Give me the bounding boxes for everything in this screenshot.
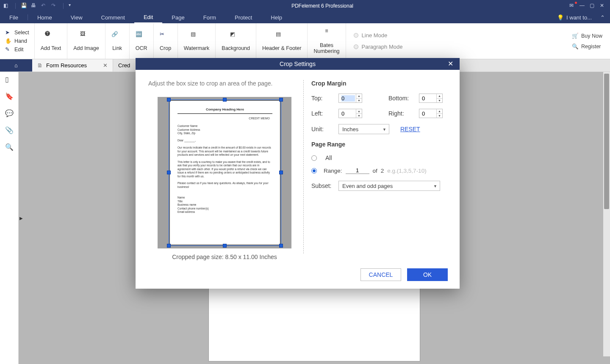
radio-icon (354, 33, 358, 38)
background-button[interactable]: ◩Background (216, 23, 256, 59)
tab-other[interactable]: Cred (113, 59, 135, 72)
print-icon[interactable]: 🖶 (31, 3, 38, 9)
redo-icon[interactable]: ↷ (51, 3, 58, 9)
mail-icon[interactable]: ✉ (569, 3, 576, 9)
buy-now-link[interactable]: 🛒Buy Now (572, 33, 602, 39)
menu-page[interactable]: Page (162, 11, 194, 23)
close-window-icon[interactable]: ✕ (600, 3, 607, 9)
subset-label: Subset: (311, 182, 333, 189)
dialog-close-icon[interactable]: ✕ (448, 60, 456, 68)
spin-up-icon[interactable]: ▲ (356, 109, 362, 114)
line-mode-radio[interactable]: Line Mode (354, 32, 403, 39)
crop-handle[interactable] (223, 244, 227, 248)
ocr-button[interactable]: 🔤OCR (130, 23, 154, 59)
bottom-input[interactable]: ▲▼ (419, 94, 443, 103)
comments-icon[interactable]: 💬 (5, 109, 14, 118)
bottom-label: Bottom: (388, 95, 414, 102)
search-icon[interactable]: 🔍 (5, 143, 14, 152)
home-tab[interactable]: ⌂ (0, 59, 32, 72)
reset-link[interactable]: RESET (400, 126, 420, 132)
add-text-icon: 🅣 (45, 31, 57, 43)
top-input[interactable]: ▲▼ (338, 94, 362, 103)
all-label: All (325, 154, 332, 161)
edit-mode-group: Line Mode Paragraph Mode (346, 23, 410, 59)
radio-icon (354, 44, 358, 49)
tool-select[interactable]: ➤Select (5, 29, 29, 36)
thumbnails-icon[interactable]: ▯ (5, 75, 14, 84)
i-want-to[interactable]: 💡 I want to... (557, 14, 592, 21)
select-tools-group: ➤Select ✋Hand ✎Edit (0, 23, 35, 59)
menubar: File Home View Comment Edit Page Form Pr… (0, 11, 610, 23)
scrollbar-thumb[interactable] (604, 74, 609, 209)
panel-expand-left-icon[interactable]: ▶ (19, 216, 23, 221)
right-input[interactable]: ▲▼ (419, 109, 443, 118)
cursor-icon: ➤ (5, 29, 12, 36)
crop-settings-dialog: Crop Settings ✕ Adjust the box size to c… (136, 58, 460, 289)
crop-handle[interactable] (223, 98, 227, 102)
crop-button[interactable]: ✂Crop (154, 23, 178, 59)
menu-view[interactable]: View (61, 11, 92, 23)
unit-select[interactable]: Inches▼ (338, 124, 389, 134)
left-label: Left: (311, 110, 333, 117)
paragraph-mode-radio[interactable]: Paragraph Mode (354, 44, 403, 50)
crop-handle[interactable] (167, 98, 171, 102)
register-link[interactable]: 🔍Register (572, 43, 602, 50)
crop-handle[interactable] (279, 244, 283, 248)
crop-handle[interactable] (167, 244, 171, 248)
edit-icon: ✎ (5, 46, 12, 53)
spin-up-icon[interactable]: ▲ (356, 94, 362, 99)
menu-home[interactable]: Home (28, 11, 61, 23)
range-radio[interactable] (311, 168, 317, 174)
left-input[interactable]: ▲▼ (338, 109, 362, 118)
spin-down-icon[interactable]: ▼ (356, 99, 362, 103)
spin-down-icon[interactable]: ▼ (436, 114, 442, 118)
spin-down-icon[interactable]: ▼ (436, 99, 442, 103)
collapse-ribbon-icon[interactable]: ⌃ (600, 14, 605, 21)
crop-handle[interactable] (279, 171, 283, 174)
subset-select[interactable]: Even and odd pages▼ (338, 181, 440, 191)
ok-button[interactable]: OK (407, 268, 448, 281)
spin-down-icon[interactable]: ▼ (356, 114, 362, 118)
magnify-icon: 🔍 (572, 43, 579, 50)
bookmarks-icon[interactable]: 🔖 (5, 92, 14, 101)
tab-form-resources[interactable]: 🗎 Form Resources ✕ (32, 59, 113, 72)
menu-edit[interactable]: Edit (134, 11, 162, 23)
crop-box[interactable] (169, 99, 281, 246)
titlebar: ◧ 💾 🖶 ↶ ↷ ▾ PDFelement 6 Professional ✉ … (0, 0, 610, 11)
menu-protect[interactable]: Protect (225, 11, 261, 23)
tool-edit[interactable]: ✎Edit (5, 46, 29, 53)
left-panel-rail: ▯ 🔖 💬 📎 🔍 (0, 72, 19, 364)
crop-handle[interactable] (167, 171, 171, 174)
all-radio[interactable] (311, 155, 317, 161)
menu-file[interactable]: File (0, 11, 28, 23)
save-icon[interactable]: 💾 (21, 3, 28, 9)
attachments-icon[interactable]: 📎 (5, 126, 14, 135)
minimize-icon[interactable]: — (580, 3, 586, 9)
add-text-button[interactable]: 🅣Add Text (35, 23, 67, 59)
bates-button[interactable]: ≡Bates Numbering (308, 23, 346, 59)
tool-hand[interactable]: ✋Hand (5, 38, 29, 44)
menu-help[interactable]: Help (261, 11, 291, 23)
header-footer-icon: ▤ (276, 31, 288, 43)
home-icon: ⌂ (14, 62, 18, 69)
top-label: Top: (311, 95, 333, 102)
crop-handle[interactable] (279, 98, 283, 102)
spin-up-icon[interactable]: ▲ (436, 94, 442, 99)
menu-form[interactable]: Form (194, 11, 225, 23)
watermark-button[interactable]: ▨Watermark (178, 23, 216, 59)
cancel-button[interactable]: CANCEL (360, 268, 401, 281)
link-button[interactable]: 🔗Link (105, 23, 130, 59)
form-icon: 🗎 (37, 62, 43, 69)
maximize-icon[interactable]: ▢ (590, 3, 596, 9)
range-from-input[interactable] (346, 167, 369, 174)
add-image-button[interactable]: 🖼Add Image (67, 23, 105, 59)
undo-icon[interactable]: ↶ (41, 3, 48, 9)
close-tab-icon[interactable]: ✕ (103, 62, 108, 69)
header-footer-button[interactable]: ▤Header & Footer (256, 23, 308, 59)
qat-dropdown-icon[interactable]: ▾ (69, 3, 75, 9)
app-icon: ◧ (3, 3, 10, 9)
range-total: 2 (381, 168, 384, 174)
menu-comment[interactable]: Comment (92, 11, 134, 23)
spin-up-icon[interactable]: ▲ (436, 109, 442, 114)
vertical-scrollbar[interactable] (603, 72, 610, 356)
